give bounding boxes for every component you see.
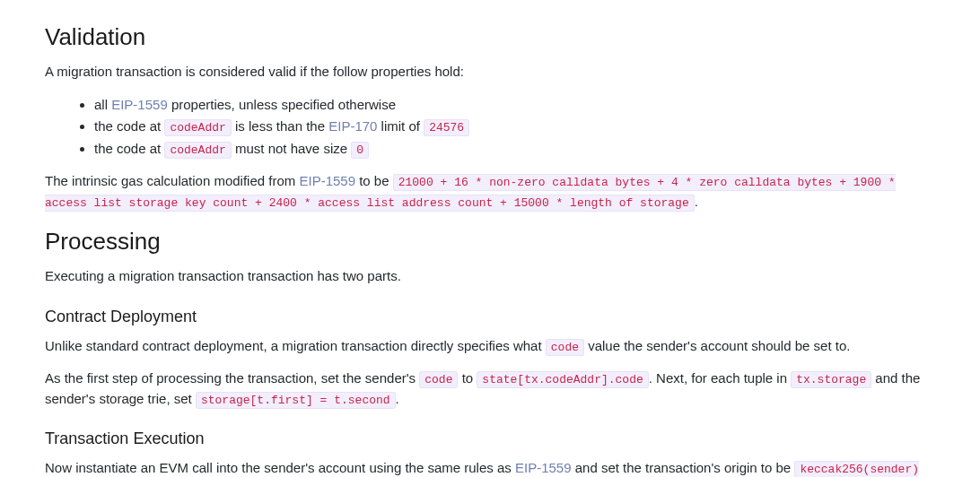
validation-heading: Validation <box>45 20 935 55</box>
validation-item-1: all EIP-1559 properties, unless specifie… <box>94 95 935 116</box>
validation-item-2: the code at codeAddr is less than the EI… <box>94 117 935 137</box>
text: . <box>396 391 399 406</box>
contract-deployment-p1: Unlike standard contract deployment, a m… <box>45 336 935 357</box>
text: must not have size <box>232 141 351 156</box>
validation-list: all EIP-1559 properties, unless specifie… <box>45 95 935 160</box>
text: is less than the <box>232 118 328 134</box>
text: limit of <box>377 118 424 134</box>
code-code: code <box>546 339 584 356</box>
txstorage-code: tx.storage <box>791 371 871 388</box>
text: . <box>695 194 698 209</box>
transaction-execution-p1: Now instantiate an EVM call into the sen… <box>45 458 935 477</box>
text: to be <box>355 173 393 188</box>
zero-code: 0 <box>351 142 369 159</box>
text: the code at <box>94 118 164 134</box>
text: As the first step of processing the tran… <box>45 370 419 386</box>
text: to <box>458 370 477 386</box>
eip-1559-link[interactable]: EIP-1559 <box>515 460 572 475</box>
processing-heading: Processing <box>45 224 935 259</box>
transaction-execution-heading: Transaction Execution <box>45 427 935 451</box>
codeaddr-code: codeAddr <box>164 119 231 136</box>
processing-intro: Executing a migration transaction transa… <box>45 266 935 287</box>
eip-1559-link[interactable]: EIP-1559 <box>299 173 355 188</box>
limit-code: 24576 <box>424 119 469 136</box>
gas-calculation-paragraph: The intrinsic gas calculation modified f… <box>45 171 935 212</box>
codeaddr-code: codeAddr <box>164 142 231 159</box>
contract-deployment-heading: Contract Deployment <box>45 305 935 329</box>
state-code: state[tx.codeAddr].code <box>477 371 648 388</box>
text: all <box>94 97 111 112</box>
text: properties, unless specified otherwise <box>168 97 396 112</box>
text: Unlike standard contract deployment, a m… <box>45 338 546 353</box>
text: Now instantiate an EVM call into the sen… <box>45 460 515 475</box>
validation-intro: A migration transaction is considered va… <box>45 62 935 82</box>
text: The intrinsic gas calculation modified f… <box>45 173 299 188</box>
code-code: code <box>419 371 458 388</box>
text: value the sender's account should be set… <box>584 338 850 353</box>
validation-item-3: the code at codeAddr must not have size … <box>94 139 935 160</box>
text: the code at <box>94 141 164 156</box>
text: and set the transaction's origin to be <box>572 460 795 475</box>
storage-set-code: storage[t.first] = t.second <box>196 392 396 409</box>
eip-1559-link[interactable]: EIP-1559 <box>111 97 168 112</box>
contract-deployment-p2: As the first step of processing the tran… <box>45 369 935 409</box>
text: . Next, for each tuple in <box>649 370 791 386</box>
eip-170-link[interactable]: EIP-170 <box>328 118 377 134</box>
